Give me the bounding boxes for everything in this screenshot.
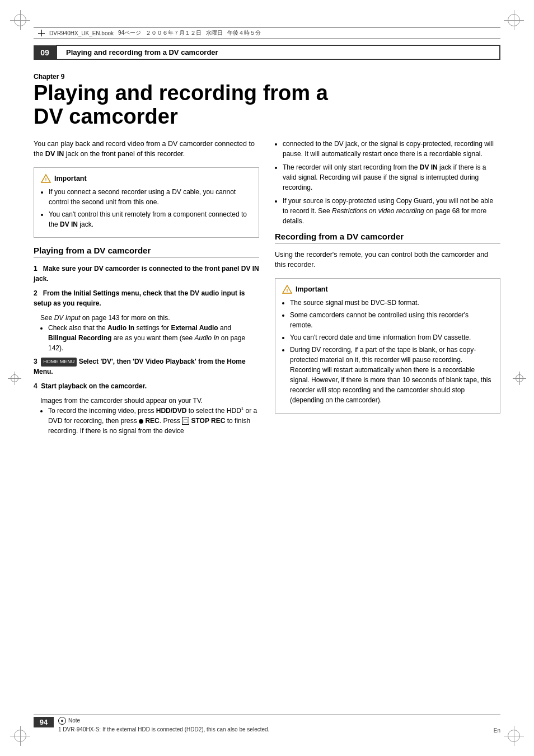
- side-deco-right: [513, 372, 526, 385]
- list-item: Check also that the Audio In settings fo…: [48, 323, 259, 353]
- two-column-layout: You can play back and record video from …: [34, 139, 500, 440]
- step-1-text: Make sure your DV camcorder is connected…: [34, 265, 259, 283]
- main-title: Playing and recording from a DV camcorde…: [34, 82, 500, 129]
- meta-bar: DVR940HX_UK_EN.book 94ページ ２００６年７月１２日 水曜日…: [34, 27, 500, 39]
- meta-page: 94ページ: [118, 29, 141, 37]
- corner-decoration-tr: [504, 10, 524, 30]
- list-item: During DV recording, if a part of the ta…: [290, 345, 493, 405]
- left-intro: You can play back and record video from …: [34, 139, 259, 160]
- right-intro-bullets: connected to the DV jack, or the signal …: [275, 139, 500, 226]
- list-item: connected to the DV jack, or the signal …: [283, 139, 500, 159]
- right-important-box: ! Important The source signal must be DV…: [275, 278, 500, 414]
- main-content: Chapter 9 Playing and recording from a D…: [34, 67, 500, 711]
- step-1: 1 Make sure your DV camcorder is connect…: [34, 264, 259, 284]
- rec-dot-icon: [139, 419, 143, 424]
- stop-rec-box: □: [182, 417, 189, 425]
- svg-text:!: !: [45, 177, 47, 182]
- lang-label: En: [494, 727, 500, 734]
- footer-note: ● Note 1 DVR-940HX-S: If the external HD…: [58, 717, 489, 734]
- left-important-list: If you connect a second recorder using a…: [41, 187, 252, 229]
- step-1-num: 1: [34, 265, 41, 273]
- footnote-text: 1 DVR-940HX-S: If the external HDD is co…: [58, 726, 489, 734]
- warning-icon: !: [41, 173, 51, 184]
- right-important-list: The source signal must be DVC-SD format.…: [282, 298, 493, 405]
- right-intro: Using the recorder's remote, you can con…: [275, 250, 500, 271]
- list-item: You can't record date and time informati…: [290, 332, 493, 342]
- meta-file: DVR940HX_UK_EN.book: [49, 30, 114, 36]
- cross-icon: [38, 30, 45, 36]
- step-4-sub: Images from the camcorder should appear …: [40, 396, 259, 436]
- list-item: If you connect a second recorder using a…: [49, 187, 252, 207]
- left-important-title: ! Important: [41, 173, 252, 184]
- chapter-number: 09: [34, 45, 56, 60]
- corner-decoration-tl: [10, 10, 30, 30]
- list-item: The source signal must be DVC-SD format.: [290, 298, 493, 308]
- step-4: 4 Start playback on the camcorder.: [34, 381, 259, 391]
- svg-text:!: !: [287, 288, 288, 293]
- right-important-title: ! Important: [282, 284, 493, 294]
- chapter-header: 09 Playing and recording from a DV camco…: [34, 45, 500, 60]
- corner-decoration-br: [504, 726, 524, 746]
- list-item: If your source is copy-protected using C…: [283, 196, 500, 226]
- meta-date: ２００６年７月１２日: [146, 29, 202, 37]
- footer-content: ● Note 1 DVR-940HX-S: If the external HD…: [58, 717, 489, 734]
- meta-day: 水曜日: [206, 29, 223, 37]
- page-footer: 94 ● Note 1 DVR-940HX-S: If the external…: [34, 714, 500, 734]
- list-item: The recorder will only start recording f…: [283, 162, 500, 192]
- list-item: To record the incoming video, press HDD/…: [48, 406, 259, 436]
- note-label: ● Note: [58, 717, 489, 725]
- side-deco-left: [8, 372, 21, 385]
- section-recording: Recording from a DV camcorder: [275, 232, 500, 244]
- home-menu-button: HOME MENU: [41, 358, 77, 367]
- page-number: 94: [34, 717, 54, 727]
- warning-icon-right: !: [282, 284, 292, 294]
- page: DVR940HX_UK_EN.book 94ページ ２００６年７月１２日 水曜日…: [0, 0, 534, 756]
- right-column: connected to the DV jack, or the signal …: [275, 139, 500, 440]
- note-circle-icon: ●: [58, 717, 66, 725]
- chapter-title: Playing and recording from a DV camcorde…: [56, 45, 500, 60]
- chapter-label: Chapter 9: [34, 73, 500, 81]
- corner-decoration-bl: [10, 726, 30, 746]
- section-playing: Playing from a DV camcorder: [34, 246, 259, 258]
- left-column: You can play back and record video from …: [34, 139, 259, 440]
- list-item: Some camcorders cannot be controlled usi…: [290, 310, 493, 330]
- list-item: You can't control this unit remotely fro…: [49, 209, 252, 229]
- meta-time: 午後４時５分: [227, 29, 261, 37]
- left-important-box: ! Important If you connect a second reco…: [34, 167, 259, 238]
- step-3: 3 HOME MENU Select 'DV', then 'DV Video …: [34, 356, 259, 377]
- step-2: 2 From the Initial Settings menu, check …: [34, 288, 259, 308]
- step-2-sub: See DV Input on page 143 for more on thi…: [40, 313, 259, 353]
